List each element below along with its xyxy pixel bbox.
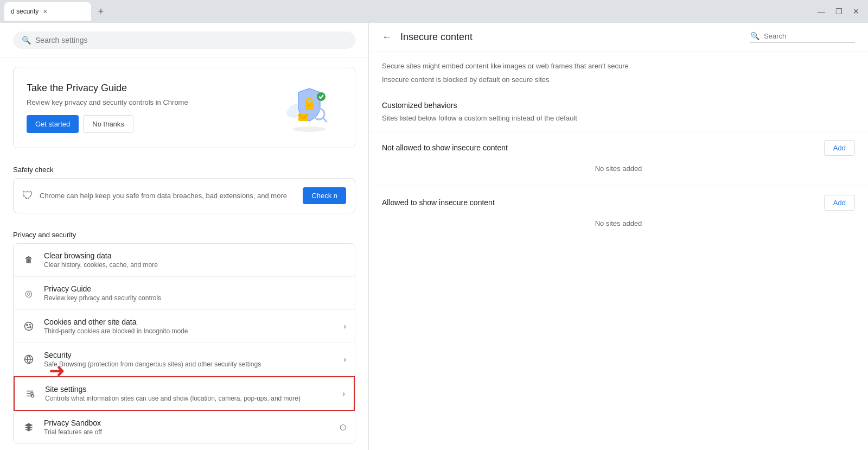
panel-desc-line1: Secure sites might embed content like im… bbox=[382, 61, 855, 72]
privacy-guide-desc: Review key privacy and security controls bbox=[44, 294, 346, 302]
panel-header: ← Insecure content 🔍 bbox=[369, 23, 868, 52]
panel-title: Insecure content bbox=[400, 31, 742, 43]
allowed-no-sites: No sites added bbox=[382, 215, 855, 232]
search-input-wrapper[interactable]: 🔍 bbox=[13, 31, 355, 49]
privacy-guide-item[interactable]: ◎ Privacy Guide Review key privacy and s… bbox=[14, 277, 355, 310]
trash-icon: 🗑 bbox=[22, 253, 35, 267]
not-allowed-title: Not allowed to show insecure content bbox=[382, 143, 508, 152]
privacy-card-content: Take the Privacy Guide Review key privac… bbox=[27, 83, 277, 133]
cookies-desc: Third-party cookies are blocked in Incog… bbox=[44, 327, 335, 335]
privacy-sandbox-content: Privacy Sandbox Trial features are off bbox=[44, 419, 331, 436]
safety-shield-icon: 🛡 bbox=[22, 189, 33, 202]
privacy-card-desc: Review key privacy and security controls… bbox=[27, 98, 277, 106]
site-settings-content: Site settings Controls what information … bbox=[45, 385, 334, 402]
privacy-guide-card: Take the Privacy Guide Review key privac… bbox=[13, 67, 355, 148]
browser-tab[interactable]: d security × bbox=[4, 2, 91, 21]
security-chevron-icon: › bbox=[343, 355, 346, 364]
privacy-sandbox-icon bbox=[22, 421, 35, 434]
svg-line-7 bbox=[323, 118, 327, 122]
window-controls: — ❐ ✕ bbox=[814, 4, 864, 19]
tab-label: d security bbox=[11, 8, 39, 15]
allowed-title: Allowed to show insecure content bbox=[382, 198, 495, 207]
cookie-icon bbox=[22, 320, 35, 333]
search-bar-container: 🔍 bbox=[0, 23, 368, 58]
security-icon bbox=[22, 353, 35, 366]
svg-point-10 bbox=[25, 322, 33, 331]
customized-behaviors-desc: Sites listed below follow a custom setti… bbox=[382, 114, 855, 122]
check-now-button[interactable]: Check n bbox=[303, 187, 346, 204]
clear-browsing-title: Clear browsing data bbox=[44, 251, 346, 260]
cookies-title: Cookies and other site data bbox=[44, 318, 335, 326]
privacy-sandbox-title: Privacy Sandbox bbox=[44, 419, 331, 427]
main-layout: 🔍 Take the Privacy Guide Review key priv… bbox=[0, 23, 868, 450]
safety-check-label: Safety check bbox=[0, 157, 368, 178]
site-settings-chevron-icon: › bbox=[342, 389, 345, 398]
customized-behaviors-section: Customized behaviors Sites listed below … bbox=[369, 97, 868, 122]
site-settings-title: Site settings bbox=[45, 385, 334, 394]
svg-point-11 bbox=[27, 325, 28, 326]
settings-panel: 🔍 Take the Privacy Guide Review key priv… bbox=[0, 23, 369, 450]
external-link-icon: ⬡ bbox=[340, 423, 346, 432]
card-buttons: Get started No thanks bbox=[27, 115, 277, 133]
site-settings-desc: Controls what information sites can use … bbox=[45, 395, 334, 402]
privacy-guide-title: Privacy Guide bbox=[44, 284, 346, 293]
not-allowed-section: Not allowed to show insecure content Add… bbox=[369, 131, 868, 186]
tab-close-button[interactable]: × bbox=[43, 7, 47, 16]
privacy-card-title: Take the Privacy Guide bbox=[27, 83, 277, 94]
clear-browsing-data-item[interactable]: 🗑 Clear browsing data Clear history, coo… bbox=[14, 244, 355, 277]
not-allowed-no-sites: No sites added bbox=[382, 160, 855, 177]
svg-point-3 bbox=[286, 108, 299, 118]
maximize-button[interactable]: ❐ bbox=[831, 4, 846, 19]
svg-point-13 bbox=[28, 327, 29, 328]
panel-search: 🔍 bbox=[750, 31, 855, 43]
close-button[interactable]: ✕ bbox=[848, 4, 864, 19]
allowed-add-button[interactable]: Add bbox=[824, 195, 855, 211]
panel-description: Secure sites might embed content like im… bbox=[369, 52, 868, 97]
panel-desc-line2: Insecure content is blocked by default o… bbox=[382, 74, 855, 86]
search-input[interactable] bbox=[35, 36, 347, 45]
svg-point-21 bbox=[31, 395, 34, 397]
privacy-sandbox-item[interactable]: Privacy Sandbox Trial features are off ⬡ bbox=[14, 411, 355, 443]
safety-check-card: 🛡 Chrome can help keep you safe from dat… bbox=[13, 178, 355, 213]
security-title: Security bbox=[44, 351, 335, 359]
minimize-button[interactable]: — bbox=[814, 4, 829, 19]
privacy-menu-section: 🗑 Clear browsing data Clear history, coo… bbox=[13, 243, 355, 444]
privacy-sandbox-desc: Trial features are off bbox=[44, 428, 331, 436]
cookies-chevron-icon: › bbox=[343, 322, 346, 331]
svg-point-9 bbox=[317, 92, 326, 101]
get-started-button[interactable]: Get started bbox=[27, 115, 79, 133]
cookies-item[interactable]: Cookies and other site data Third-party … bbox=[14, 310, 355, 343]
privacy-section-label: Privacy and security bbox=[0, 222, 368, 243]
svg-point-5 bbox=[308, 105, 310, 107]
safety-check-description: Chrome can help keep you safe from data … bbox=[40, 192, 296, 200]
search-icon: 🔍 bbox=[22, 36, 31, 45]
browser-chrome: d security × + — ❐ ✕ bbox=[0, 0, 868, 23]
panel-search-icon: 🔍 bbox=[750, 31, 760, 40]
insecure-content-panel: ← Insecure content 🔍 Secure sites might … bbox=[369, 23, 868, 450]
clear-browsing-content: Clear browsing data Clear history, cooki… bbox=[44, 251, 346, 269]
red-arrow-indicator: ➜ bbox=[49, 359, 65, 382]
security-content: Security Safe Browsing (protection from … bbox=[44, 351, 335, 368]
panel-search-input[interactable] bbox=[764, 32, 855, 40]
new-tab-button[interactable]: + bbox=[93, 4, 108, 19]
no-thanks-button[interactable]: No thanks bbox=[83, 115, 133, 133]
not-allowed-add-button[interactable]: Add bbox=[824, 140, 855, 156]
privacy-guide-icon: ◎ bbox=[22, 287, 35, 300]
svg-point-0 bbox=[293, 126, 326, 132]
svg-point-12 bbox=[30, 324, 31, 325]
arrow-icon: ➜ bbox=[49, 359, 65, 382]
not-allowed-row: Not allowed to show insecure content Add bbox=[382, 140, 855, 156]
svg-point-14 bbox=[30, 326, 31, 327]
privacy-guide-content: Privacy Guide Review key privacy and sec… bbox=[44, 284, 346, 302]
clear-browsing-desc: Clear history, cookies, cache, and more bbox=[44, 261, 346, 269]
customized-behaviors-title: Customized behaviors bbox=[382, 97, 855, 110]
cookies-content: Cookies and other site data Third-party … bbox=[44, 318, 335, 335]
security-desc: Safe Browsing (protection from dangerous… bbox=[44, 360, 335, 368]
allowed-section: Allowed to show insecure content Add No … bbox=[369, 186, 868, 240]
privacy-illustration bbox=[277, 80, 342, 135]
back-button[interactable]: ← bbox=[382, 31, 392, 43]
allowed-row: Allowed to show insecure content Add bbox=[382, 195, 855, 211]
site-settings-icon bbox=[23, 387, 36, 400]
